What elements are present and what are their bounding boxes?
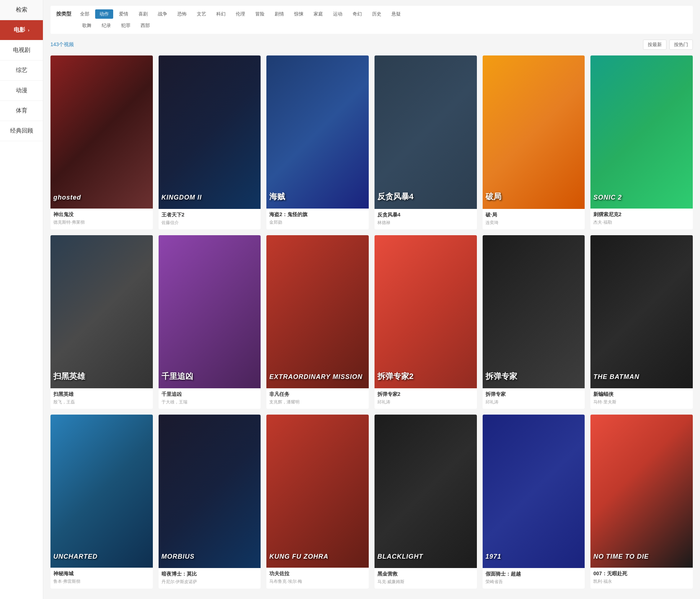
movie-card-4[interactable]: 反贪风暴4反贪风暴4林德禄 [375,55,477,229]
sort-newest-button[interactable]: 按最新 [643,40,666,50]
movie-actors-12: 马特·里夫斯 [593,399,690,405]
movie-card-16[interactable]: BLACKLIGHT黑金营救马克·威廉姆斯 [375,415,477,589]
poster-text-13: UNCHARTED [53,553,150,561]
genre-tag-western[interactable]: 西部 [136,21,154,30]
movie-actors-1: 德克斯特·弗莱彻 [53,219,150,225]
sidebar-item-anime[interactable]: 动漫 [0,81,43,101]
poster-text-15: KUNG FU ZOHRA [269,553,366,561]
poster-text-3: 海贼 [269,192,366,201]
sidebar-item-variety[interactable]: 综艺 [0,61,43,81]
movie-card-12[interactable]: THE BATMAN新蝙蝠侠马特·里夫斯 [590,235,693,409]
movie-title-6: 刺猬索尼克2 [593,211,690,218]
genre-tag-drama[interactable]: 剧情 [270,9,288,19]
genre-tag-art[interactable]: 文艺 [192,9,211,19]
movie-poster-13: UNCHARTED [50,415,153,568]
movie-card-11[interactable]: 拆弹专家拆弹专家邱礼涛 [483,235,585,409]
movie-poster-15: KUNG FU ZOHRA [266,415,369,568]
sidebar-item-tv[interactable]: 电视剧 [0,40,43,61]
movie-card-6[interactable]: SONIC 2刺猬索尼克2杰夫·福勒 [590,55,693,229]
genre-tag-romance[interactable]: 爱情 [115,9,133,19]
genre-tag-thriller[interactable]: 惊悚 [290,9,308,19]
video-count: 143个视频 [50,41,74,48]
genre-tag-musical[interactable]: 歌舞 [78,21,96,30]
sidebar-item-sports[interactable]: 体育 [0,101,43,121]
sidebar-item-movie[interactable]: 电影› [0,20,43,40]
movie-poster-12: THE BATMAN [590,235,693,388]
movie-poster-18: NO TIME TO DIE [590,415,693,568]
movie-card-5[interactable]: 破局破·局连奕琦 [483,55,585,229]
movie-poster-11: 拆弹专家 [483,235,585,389]
sidebar-item-classic[interactable]: 经典回顾 [0,121,43,141]
poster-text-8: 千里追凶 [161,372,258,381]
movie-title-16: 黑金营救 [377,571,474,577]
genre-tag-fantasy[interactable]: 奇幻 [348,9,366,19]
movie-poster-7: 扫黑英雄 [50,235,153,388]
movie-poster-1: ghosted [50,55,153,209]
movie-actors-18: 凯利·福永 [593,578,690,585]
sort-hottest-button[interactable]: 按热门 [669,40,693,50]
movie-actors-6: 杰夫·福勒 [593,219,690,225]
movie-card-7[interactable]: 扫黑英雄扫黑英雄殷飞，王磊 [50,235,153,409]
movie-card-3[interactable]: 海贼海盗2：鬼怪的旗金郑勋 [266,55,369,229]
movie-poster-6: SONIC 2 [590,55,693,209]
sort-buttons: 按最新 按热门 [643,40,693,50]
genre-tag-war[interactable]: 战争 [154,9,172,19]
movie-card-17[interactable]: 1971假面骑士：超越荣崎省吾 [483,415,585,589]
movie-poster-3: 海贼 [266,55,369,209]
movie-poster-17: 1971 [483,415,585,568]
poster-text-18: NO TIME TO DIE [593,553,690,561]
movie-title-12: 新蝙蝠侠 [593,391,690,398]
movie-card-10[interactable]: 拆弹专家2拆弹专家2邱礼涛 [375,235,477,409]
movie-card-1[interactable]: ghosted神出鬼没德克斯特·弗莱彻 [50,55,153,229]
movie-card-15[interactable]: KUNG FU ZOHRA功夫佐拉马布鲁克·埃尔·梅 [266,415,369,589]
genre-tag-horror[interactable]: 恐怖 [173,9,191,19]
genre-tag-documentary[interactable]: 纪录 [97,21,115,30]
poster-text-2: KINGDOM II [161,194,258,202]
genre-tag-action[interactable]: 动作 [95,9,113,19]
genre-tag-suspense[interactable]: 悬疑 [387,9,405,19]
movie-poster-8: 千里追凶 [159,235,261,389]
movie-poster-16: BLACKLIGHT [375,415,477,568]
genre-tag-family[interactable]: 家庭 [309,9,327,19]
movie-poster-9: EXTRAORDINARY MISSION [266,235,369,388]
movie-card-13[interactable]: UNCHARTED神秘海城鲁本·弗雷斯彻 [50,415,153,589]
movie-actors-16: 马克·威廉姆斯 [377,579,474,585]
movie-title-14: 暗夜博士：莫比 [161,571,258,577]
movie-card-9[interactable]: EXTRAORDINARY MISSION非凡任务支兆辉，潘耀明 [266,235,369,409]
poster-text-11: 拆弹专家 [486,372,582,381]
movie-title-4: 反贪风暴4 [377,212,474,218]
genre-tag-all[interactable]: 全部 [76,9,94,19]
movie-card-2[interactable]: KINGDOM II王者天下2佐藤信介 [159,55,261,229]
movie-poster-5: 破局 [483,55,585,209]
movie-title-7: 扫黑英雄 [53,391,150,398]
movie-title-10: 拆弹专家2 [377,391,474,398]
genre-tag-history[interactable]: 历史 [368,9,386,19]
movie-title-3: 海盗2：鬼怪的旗 [269,211,366,218]
genre-tag-ethics[interactable]: 伦理 [231,9,249,19]
sidebar: 检索电影›电视剧综艺动漫体育经典回顾 [0,0,43,599]
genre-tag-adventure[interactable]: 冒险 [251,9,269,19]
genre-tag-scifi[interactable]: 科幻 [212,9,230,19]
sidebar-item-search[interactable]: 检索 [0,0,43,20]
genre-tag-comedy[interactable]: 喜剧 [134,9,152,19]
movie-actors-7: 殷飞，王磊 [53,399,150,405]
movie-poster-10: 拆弹专家2 [375,235,477,389]
movie-title-15: 功夫佐拉 [269,571,366,577]
meta-bar: 143个视频 按最新 按热门 [50,38,693,51]
genre-row-2: 歌舞纪录犯罪西部 [56,21,687,30]
poster-text-4: 反贪风暴4 [377,192,474,201]
genre-label: 按类型 [56,11,71,17]
movie-card-8[interactable]: 千里追凶千里追凶于大雄，王瑞 [159,235,261,409]
movie-card-14[interactable]: MORBIUS暗夜博士：莫比丹尼尔·伊斯皮诺萨 [159,415,261,589]
poster-text-14: MORBIUS [161,553,258,561]
movie-actors-14: 丹尼尔·伊斯皮诺萨 [161,579,258,585]
movie-title-11: 拆弹专家 [486,391,582,398]
movie-card-18[interactable]: NO TIME TO DIE007：无暇赴死凯利·福永 [590,415,693,589]
movie-poster-4: 反贪风暴4 [375,55,477,209]
genre-tag-crime[interactable]: 犯罪 [117,21,135,30]
genre-row-1: 按类型全部动作爱情喜剧战争恐怖文艺科幻伦理冒险剧情惊悚家庭运动奇幻历史悬疑 [56,9,687,19]
movie-title-13: 神秘海城 [53,571,150,577]
poster-text-17: 1971 [486,553,582,561]
movie-title-1: 神出鬼没 [53,211,150,218]
genre-tag-sports[interactable]: 运动 [329,9,347,19]
